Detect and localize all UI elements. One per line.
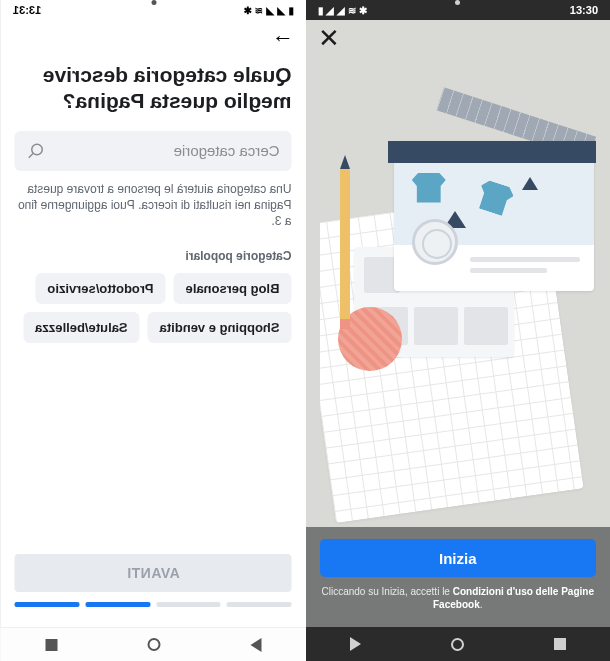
close-icon[interactable]: ✕ [318, 23, 340, 54]
terms-link[interactable]: Condizioni d'uso delle Pagine Facebook [433, 586, 594, 610]
header: → [1, 20, 306, 56]
category-search-input[interactable]: Cerca categorie [15, 131, 292, 171]
search-icon [27, 142, 45, 160]
chip-blog[interactable]: Blog personale [174, 273, 292, 304]
android-navbar [1, 627, 306, 661]
popular-subheading: Categorie popolari [15, 249, 292, 263]
android-navbar [306, 627, 611, 661]
footer: Inizia Cliccando su Inizia, accetti le C… [306, 527, 611, 627]
page-heading: Quale categoria descrive meglio questa P… [15, 62, 292, 115]
footer: AVANTI [15, 554, 292, 627]
recents-icon[interactable] [554, 638, 566, 650]
content: Quale categoria descrive meglio questa P… [1, 56, 306, 627]
status-icons: ▮ ◢ ◢ ≋ ✱ [244, 5, 293, 16]
illustration [320, 56, 597, 527]
search-placeholder: Cerca categorie [55, 142, 280, 159]
chip-salute[interactable]: Salute/bellezza [23, 312, 139, 343]
progress-seg-2 [156, 602, 221, 607]
pencil-icon [340, 169, 350, 329]
back-icon[interactable] [250, 638, 261, 652]
recents-icon[interactable] [45, 639, 57, 651]
status-time: 13:31 [13, 4, 41, 16]
home-icon[interactable] [146, 637, 161, 652]
left-screen: ▮ ◢ ◢ ≋ ✱ 13:31 → Quale categoria descri… [0, 0, 306, 661]
progress-seg-1 [227, 602, 292, 607]
page-mockup-icon [394, 141, 594, 291]
home-icon[interactable] [450, 637, 465, 652]
back-icon[interactable] [350, 637, 361, 651]
disclaimer-text: Cliccando su Inizia, accetti le Condizio… [320, 585, 597, 611]
start-button[interactable]: Inizia [320, 539, 597, 577]
arrow-right-icon[interactable]: → [272, 25, 294, 51]
category-chips: Blog personale Prodotto/servizio Shoppin… [15, 273, 292, 343]
status-time: 13:30 [570, 4, 598, 16]
progress-seg-4 [15, 602, 80, 607]
chip-shopping[interactable]: Shopping e vendita [148, 312, 292, 343]
right-screen: ▮ ◢ ◢ ≋ ✱ 13:30 ✕ [306, 0, 611, 661]
help-text: Una categoria aiuterà le persone a trova… [15, 181, 292, 230]
status-icons: ▮ ◢ ◢ ≋ ✱ [318, 5, 367, 16]
progress-bar [15, 602, 292, 607]
chip-prodotto[interactable]: Prodotto/servizio [35, 273, 165, 304]
svg-line-1 [29, 153, 34, 158]
content: Inizia Cliccando su Inizia, accetti le C… [306, 56, 611, 627]
svg-point-0 [32, 144, 43, 155]
disclaimer-pre: Cliccando su Inizia, accetti le [322, 586, 453, 597]
header: ✕ [306, 20, 611, 56]
next-button[interactable]: AVANTI [15, 554, 292, 592]
progress-seg-3 [86, 602, 151, 607]
disclaimer-post: . [480, 599, 483, 610]
